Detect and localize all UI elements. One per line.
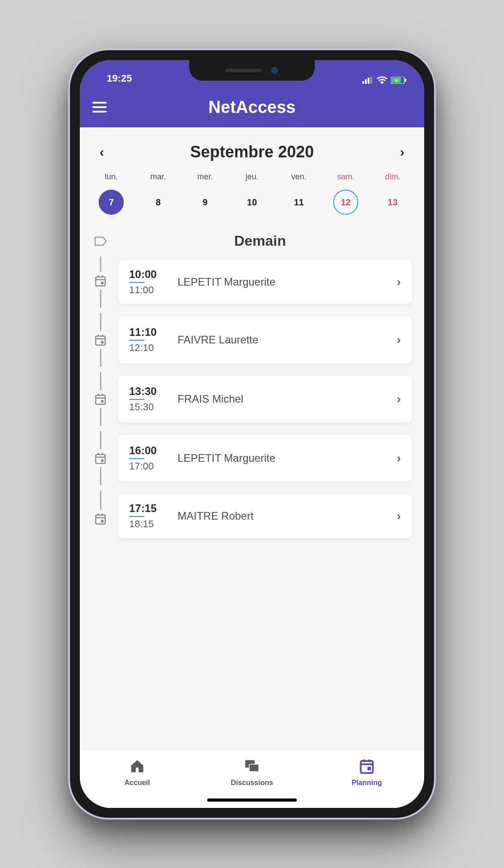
- day-number: 11: [287, 190, 312, 215]
- event-start-time: 10:00: [129, 268, 166, 281]
- event-start-time: 16:00: [129, 444, 166, 457]
- day-column-10[interactable]: jeu.10: [230, 172, 275, 215]
- day-name: ven.: [291, 172, 307, 182]
- event-start-time: 11:10: [129, 326, 166, 339]
- app-title: NetAccess: [209, 98, 295, 117]
- event-end-time: 12:10: [129, 342, 166, 354]
- day-number: 12: [333, 190, 358, 215]
- svg-rect-1: [365, 79, 367, 84]
- prev-month-button[interactable]: ‹: [93, 140, 110, 164]
- chevron-right-icon: ›: [397, 451, 401, 465]
- timeline-column: [92, 310, 109, 369]
- svg-rect-2: [368, 78, 369, 84]
- battery-icon: [391, 77, 406, 84]
- timeline-column: [92, 429, 109, 488]
- svg-rect-33: [249, 764, 259, 772]
- day-column-7[interactable]: lun.7: [89, 172, 134, 215]
- svg-rect-26: [101, 459, 104, 462]
- svg-rect-5: [405, 79, 406, 82]
- day-name: mar.: [150, 172, 166, 182]
- svg-rect-38: [368, 767, 371, 770]
- event-row: 16:0017:00LEPETIT Marguerite›: [92, 429, 412, 488]
- day-column-9[interactable]: mer.9: [182, 172, 228, 215]
- calendar-icon: [94, 452, 107, 464]
- app-header: NetAccess: [80, 87, 424, 127]
- svg-rect-17: [96, 395, 105, 404]
- cellular-signal-icon: [362, 77, 373, 84]
- home-indicator[interactable]: [207, 799, 297, 802]
- calendar-icon: [94, 274, 107, 287]
- svg-rect-34: [361, 761, 373, 773]
- day-name: sam.: [337, 172, 355, 182]
- next-month-button[interactable]: ›: [394, 140, 411, 164]
- section-title: Demain: [126, 233, 412, 249]
- event-times: 16:0017:00: [129, 444, 166, 472]
- day-number: 9: [192, 190, 217, 215]
- event-end-time: 15:30: [129, 401, 166, 413]
- timeline-column: [92, 488, 109, 544]
- svg-rect-3: [370, 77, 372, 84]
- event-times: 17:1518:15: [129, 502, 166, 530]
- day-name: lun.: [105, 172, 118, 182]
- event-start-time: 17:15: [129, 502, 166, 515]
- month-label: Septembre 2020: [190, 143, 314, 161]
- timeline-column: [92, 369, 109, 429]
- chevron-right-icon: ›: [397, 275, 401, 289]
- event-end-time: 18:15: [129, 518, 166, 530]
- phone-screen: 19:25 NetAccess ‹: [80, 60, 424, 808]
- week-strip: lun.7mar.8mer.9jeu.10ven.11sam.12dim.13: [80, 172, 424, 228]
- month-navigator: ‹ Septembre 2020 ›: [80, 127, 424, 172]
- menu-button[interactable]: [92, 102, 107, 113]
- svg-rect-0: [362, 81, 364, 84]
- nav-item-discussions[interactable]: Discussions: [195, 750, 309, 794]
- nav-label: Discussions: [231, 779, 273, 787]
- event-title: FAIVRE Laurette: [178, 334, 385, 346]
- nav-label: Accueil: [125, 779, 150, 787]
- svg-rect-16: [101, 341, 104, 343]
- day-column-8[interactable]: mar.8: [136, 172, 181, 215]
- wifi-icon: [377, 76, 387, 84]
- day-column-13[interactable]: dim.13: [370, 172, 415, 215]
- calendar-icon: [94, 512, 107, 525]
- event-row: 10:0011:00LEPETIT Marguerite›: [92, 254, 412, 310]
- timeline-column: [92, 254, 109, 310]
- section-header: Demain: [92, 233, 412, 249]
- event-row: 11:1012:10FAIVRE Laurette›: [92, 310, 412, 369]
- day-number: 8: [146, 190, 171, 215]
- events-section: Demain 10:0011:00LEPETIT Marguerite›11:1…: [80, 228, 424, 558]
- event-card[interactable]: 17:1518:15MAITRE Robert›: [118, 494, 412, 538]
- chat-icon: [244, 758, 260, 776]
- chevron-right-icon: ›: [397, 509, 401, 523]
- nav-label: Planning: [352, 779, 382, 787]
- event-card[interactable]: 13:3015:30FRAIS Michel›: [118, 376, 412, 422]
- event-row: 17:1518:15MAITRE Robert›: [92, 488, 412, 544]
- event-start-time: 13:30: [129, 385, 166, 398]
- phone-notch: [189, 60, 315, 81]
- chevron-right-icon: ›: [397, 333, 401, 347]
- event-card[interactable]: 10:0011:00LEPETIT Marguerite›: [118, 260, 412, 304]
- content-area: ‹ Septembre 2020 › lun.7mar.8mer.9jeu.10…: [80, 127, 424, 750]
- event-times: 13:3015:30: [129, 385, 166, 413]
- event-card[interactable]: 11:1012:10FAIVRE Laurette›: [118, 317, 412, 363]
- nav-item-planning[interactable]: Planning: [309, 750, 424, 794]
- event-times: 10:0011:00: [129, 268, 166, 296]
- day-name: mer.: [197, 172, 213, 182]
- day-number: 10: [239, 190, 265, 215]
- day-column-11[interactable]: ven.11: [276, 172, 322, 215]
- status-indicators: [362, 76, 406, 84]
- nav-item-accueil[interactable]: Accueil: [80, 750, 195, 794]
- calendar-icon: [94, 334, 107, 346]
- event-card[interactable]: 16:0017:00LEPETIT Marguerite›: [118, 435, 412, 482]
- day-column-12[interactable]: sam.12: [323, 172, 369, 215]
- svg-rect-22: [96, 455, 105, 464]
- svg-rect-11: [101, 282, 104, 284]
- svg-rect-7: [96, 277, 105, 286]
- event-times: 11:1012:10: [129, 326, 166, 354]
- svg-rect-21: [101, 400, 104, 403]
- calendar-icon: [94, 393, 107, 405]
- event-title: LEPETIT Marguerite: [178, 452, 385, 464]
- svg-rect-31: [101, 520, 104, 522]
- svg-rect-12: [96, 336, 105, 345]
- tag-icon: [92, 236, 109, 246]
- home-icon: [129, 758, 145, 776]
